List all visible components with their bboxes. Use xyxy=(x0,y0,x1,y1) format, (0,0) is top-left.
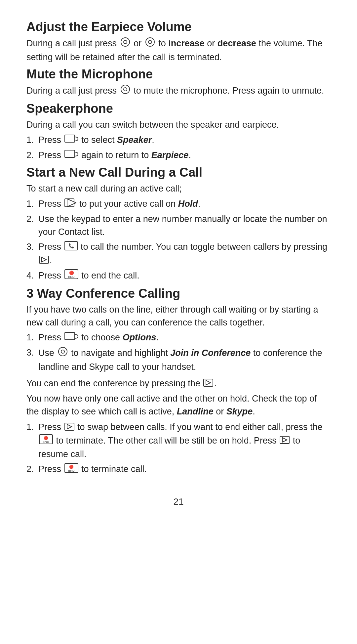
hold-icon-5 xyxy=(280,435,290,448)
end-icon-2: 🔴END xyxy=(39,434,53,448)
svg-point-17 xyxy=(61,350,64,353)
softkey-icon-1 xyxy=(64,134,78,147)
svg-rect-11 xyxy=(39,256,49,263)
list-item: 1. Press to put your active call on Hold… xyxy=(26,197,331,211)
svg-point-5 xyxy=(124,88,127,91)
section-start-new-call: Start a New Call During a Call To start … xyxy=(26,165,331,283)
svg-point-4 xyxy=(121,85,130,94)
list-item: 2. Press again to return to Earpiece. xyxy=(26,149,331,162)
svg-point-2 xyxy=(146,38,154,46)
heading-conference: 3 Way Conference Calling xyxy=(26,286,331,301)
svg-text:🔴: 🔴 xyxy=(44,436,48,440)
hold-icon-4 xyxy=(64,421,74,434)
list-item: 2. Press 🔴END to terminate call. xyxy=(26,463,331,476)
para-conference: If you have two calls on the line, eithe… xyxy=(26,303,331,329)
heading-start-new-call: Start a New Call During a Call xyxy=(26,165,331,180)
svg-point-3 xyxy=(148,40,152,44)
hold-icon-3 xyxy=(203,377,213,390)
svg-point-0 xyxy=(121,38,130,46)
list-item: 2. Use the keypad to enter a new number … xyxy=(26,213,331,238)
mute-icon xyxy=(120,84,131,98)
svg-point-16 xyxy=(59,347,67,356)
svg-rect-18 xyxy=(204,379,213,386)
svg-text:END: END xyxy=(68,469,75,472)
end-icon-1: 🔴END xyxy=(64,269,78,283)
para-end-conference: You can end the conference by pressing t… xyxy=(26,377,331,390)
heading-adjust-earpiece: Adjust the Earpiece Volume xyxy=(26,20,331,34)
list-item: 1. Press to select Speaker. xyxy=(26,134,331,147)
svg-rect-6 xyxy=(65,135,75,142)
conference-steps: 1. Press to choose Options. 3. Use to na… xyxy=(26,331,331,374)
svg-rect-19 xyxy=(65,423,74,430)
nav-icon xyxy=(58,346,68,361)
list-item: 3. Press 📞 to call the number. You can t… xyxy=(26,240,331,267)
section-speakerphone: Speakerphone During a call you can switc… xyxy=(26,102,331,162)
heading-speakerphone: Speakerphone xyxy=(26,102,331,116)
softkey-icon-2 xyxy=(64,149,78,162)
softkey-icon-3 xyxy=(64,331,78,344)
speakerphone-steps: 1. Press to select Speaker. 2. Press aga… xyxy=(26,134,331,162)
vol-down-icon xyxy=(145,37,155,51)
svg-rect-7 xyxy=(65,150,75,157)
call-icon: 📞 xyxy=(64,241,78,254)
conference-final-steps: 1. Press to swap between calls. If you w… xyxy=(26,421,331,476)
heading-mute-microphone: Mute the Microphone xyxy=(26,67,331,81)
para-start-new-call: To start a new call during an active cal… xyxy=(26,182,331,195)
svg-rect-15 xyxy=(65,332,75,340)
svg-point-1 xyxy=(124,40,127,44)
svg-text:🔴: 🔴 xyxy=(69,270,74,275)
page-number: 21 xyxy=(26,496,331,507)
vol-up-icon xyxy=(120,37,131,51)
list-item: 1. Press to choose Options. xyxy=(26,331,331,344)
start-new-call-steps: 1. Press to put your active call on Hold… xyxy=(26,197,331,283)
para-mute-microphone: During a call just press to mute the mic… xyxy=(26,84,331,98)
para-one-call-active: You now have only one call active and th… xyxy=(26,392,331,418)
svg-text:END: END xyxy=(68,275,75,279)
list-item: 4. Press 🔴END to end the call. xyxy=(26,269,331,283)
hold-icon-2 xyxy=(39,254,49,267)
para-adjust-earpiece: During a call just press or to increase … xyxy=(26,37,331,64)
section-conference: 3 Way Conference Calling If you have two… xyxy=(26,286,331,477)
svg-text:END: END xyxy=(43,440,49,444)
end-icon-3: 🔴END xyxy=(64,463,78,477)
hold-icon-1 xyxy=(64,198,76,211)
svg-text:📞: 📞 xyxy=(68,243,74,249)
list-item: 1. Press to swap between calls. If you w… xyxy=(26,421,331,461)
para-speakerphone: During a call you can switch between the… xyxy=(26,118,331,131)
section-adjust-earpiece: Adjust the Earpiece Volume During a call… xyxy=(26,20,331,64)
svg-rect-23 xyxy=(280,436,289,444)
list-item: 3. Use to navigate and highlight Join in… xyxy=(26,346,331,373)
svg-text:🔴: 🔴 xyxy=(69,464,74,469)
section-mute-microphone: Mute the Microphone During a call just p… xyxy=(26,67,331,98)
